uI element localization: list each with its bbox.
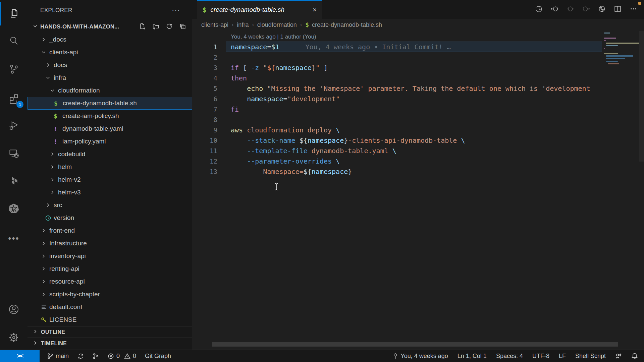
source-control-icon[interactable] bbox=[0, 61, 28, 77]
language-mode-item[interactable]: Shell Script bbox=[575, 353, 606, 360]
eol-item[interactable]: LF bbox=[559, 353, 566, 360]
chevron-down-icon bbox=[49, 87, 57, 94]
kubernetes-icon[interactable] bbox=[0, 200, 28, 217]
codelens-blame[interactable]: You, 4 weeks ago | 1 author (You) bbox=[231, 34, 316, 40]
key-file-icon bbox=[41, 317, 49, 323]
timeline-panel-header[interactable]: TIMELINE bbox=[28, 338, 192, 349]
tree-item-dynamodb-table.yaml[interactable]: !dynamodb-table.yaml bbox=[28, 122, 192, 135]
no-change-icon[interactable] bbox=[566, 4, 575, 15]
more-actions-icon[interactable] bbox=[629, 4, 638, 15]
feedback-icon[interactable] bbox=[615, 353, 622, 359]
more-views-icon[interactable]: ••• bbox=[0, 230, 28, 246]
code-line-8: 8 bbox=[192, 114, 602, 125]
tree-item-codebuild[interactable]: codebuild bbox=[28, 148, 192, 161]
close-tab-icon[interactable]: × bbox=[313, 6, 317, 14]
git-graph-icon-button[interactable] bbox=[93, 353, 99, 359]
vertical-scrollbar[interactable] bbox=[639, 31, 644, 162]
code-line-11: 11 --template-file dynamodb-table.yaml \ bbox=[192, 145, 602, 156]
tree-item-helm[interactable]: helm bbox=[28, 161, 192, 173]
code-lines: 1namespace=$1You, 4 weeks ago • Initial … bbox=[192, 42, 602, 177]
tree-item-cloudformation[interactable]: cloudformation bbox=[28, 84, 192, 97]
tree-item-src[interactable]: src bbox=[28, 199, 192, 212]
git-graph-button[interactable]: Git Graph bbox=[145, 353, 171, 360]
chevron-right-icon bbox=[41, 228, 49, 234]
code-line-5: 5 echo "Missing the 'Namespace' paramete… bbox=[192, 83, 602, 94]
code-line-2: 2 bbox=[192, 52, 602, 62]
tree-item-create-iam-policy.sh[interactable]: $create-iam-policy.sh bbox=[28, 110, 192, 122]
tab-bar: $ create-dynamodb-table.sh × bbox=[192, 0, 644, 19]
indentation-item[interactable]: Spaces: 4 bbox=[496, 353, 523, 360]
sync-changes-button[interactable] bbox=[77, 353, 84, 359]
chevron-down-icon bbox=[41, 49, 49, 55]
tree-item-iam-policy.yaml[interactable]: !iam-policy.yaml bbox=[28, 135, 192, 148]
terraform-icon[interactable] bbox=[0, 173, 28, 189]
editor-group: $ create-dynamodb-table.sh × clients-api… bbox=[192, 0, 644, 350]
tree-item-create-dynamodb-table.sh[interactable]: $create-dynamodb-table.sh bbox=[28, 97, 192, 110]
tree-item-renting-api[interactable]: renting-api bbox=[28, 262, 192, 275]
collapse-folders-icon[interactable] bbox=[179, 23, 186, 31]
tree-item-LICENSE[interactable]: LICENSE bbox=[28, 313, 192, 326]
chevron-right-icon bbox=[41, 266, 49, 272]
problems-item[interactable]: 0 0 bbox=[108, 353, 136, 360]
explorer-title: EXPLORER bbox=[40, 7, 72, 14]
tree-item-scripts-by-chapter[interactable]: scripts-by-chapter bbox=[28, 288, 192, 301]
code-region[interactable]: You, 4 weeks ago | 1 author (You) 1names… bbox=[192, 31, 644, 350]
gitlens-blame-item[interactable]: You, 4 weeks ago bbox=[392, 353, 448, 360]
previous-change-icon[interactable] bbox=[550, 4, 559, 15]
outline-label: OUTLINE bbox=[41, 329, 65, 335]
code-line-12: 12 --parameter-overrides \ bbox=[192, 156, 602, 166]
minimap[interactable] bbox=[602, 31, 639, 350]
tree-item-helm-v3[interactable]: helm-v3 bbox=[28, 186, 192, 199]
tree-item-label: inventory-api bbox=[49, 252, 86, 260]
remote-explorer-icon[interactable] bbox=[0, 145, 28, 161]
run-and-debug-icon[interactable] bbox=[0, 117, 28, 133]
breadcrumb-item-infra[interactable]: infra bbox=[237, 21, 249, 28]
git-branch-item[interactable]: main bbox=[47, 353, 69, 360]
outline-panel-header[interactable]: OUTLINE bbox=[28, 326, 192, 338]
project-section-header[interactable]: HANDS-ON-WITH-AMAZON... bbox=[28, 20, 192, 33]
new-file-icon[interactable] bbox=[139, 23, 146, 31]
breadcrumb-item-clients-api[interactable]: clients-api bbox=[201, 21, 228, 28]
breadcrumb-item-create-dynamodb-table.sh[interactable]: $create-dynamodb-table.sh bbox=[305, 21, 382, 28]
explorer-icon[interactable] bbox=[0, 5, 28, 21]
extensions-badge: 1 bbox=[16, 101, 23, 108]
extensions-icon[interactable]: 1 bbox=[0, 90, 28, 107]
commit-graph-icon[interactable] bbox=[597, 4, 606, 15]
next-change-icon[interactable] bbox=[582, 4, 591, 15]
notifications-bell-icon[interactable] bbox=[631, 353, 638, 359]
tree-item-front-end[interactable]: front-end bbox=[28, 224, 192, 237]
mouse-ibeam-cursor bbox=[274, 182, 279, 192]
tree-item-_docs[interactable]: _docs bbox=[28, 33, 192, 46]
tree-item-Infrastructure[interactable]: Infrastructure bbox=[28, 237, 192, 250]
git-graph-label: Git Graph bbox=[145, 353, 171, 360]
search-icon[interactable] bbox=[0, 33, 28, 49]
remote-indicator[interactable]: >< bbox=[0, 350, 40, 362]
tree-item-label: iam-policy.yaml bbox=[62, 138, 106, 145]
tree-item-default.conf[interactable]: default.conf bbox=[28, 301, 192, 313]
tree-item-resource-api[interactable]: resource-api bbox=[28, 275, 192, 288]
breadcrumb-item-cloudformation[interactable]: cloudformation bbox=[257, 21, 297, 28]
vscode-window: 1 ••• EXPLORER ··· HANDS-O bbox=[0, 0, 644, 362]
settings-gear-icon[interactable] bbox=[0, 329, 28, 346]
tree-item-infra[interactable]: infra bbox=[28, 71, 192, 84]
account-icon[interactable] bbox=[0, 301, 28, 317]
editor-actions bbox=[534, 0, 638, 19]
tree-item-clients-api[interactable]: clients-api bbox=[28, 46, 192, 59]
local-history-icon[interactable] bbox=[534, 4, 543, 15]
tab-create-dynamodb-table[interactable]: $ create-dynamodb-table.sh × bbox=[197, 0, 322, 19]
tree-item-docs[interactable]: docs bbox=[28, 59, 192, 71]
tree-item-version[interactable]: version bbox=[28, 212, 192, 224]
refresh-icon[interactable] bbox=[166, 23, 173, 31]
horizontal-scrollbar[interactable] bbox=[212, 342, 618, 347]
split-editor-icon[interactable] bbox=[613, 4, 622, 15]
chevron-right-icon bbox=[41, 240, 49, 246]
tab-label: create-dynamodb-table.sh bbox=[210, 6, 284, 13]
file-tree: _docsclients-apidocsinfracloudformation$… bbox=[28, 33, 192, 326]
new-folder-icon[interactable] bbox=[152, 23, 159, 31]
tree-item-inventory-api[interactable]: inventory-api bbox=[28, 250, 192, 262]
tree-item-helm-v2[interactable]: helm-v2 bbox=[28, 173, 192, 186]
explorer-more-actions-icon[interactable]: ··· bbox=[172, 6, 180, 15]
cursor-position-item[interactable]: Ln 1, Col 1 bbox=[458, 353, 487, 360]
branch-icon bbox=[47, 353, 53, 359]
encoding-item[interactable]: UTF-8 bbox=[532, 353, 549, 360]
